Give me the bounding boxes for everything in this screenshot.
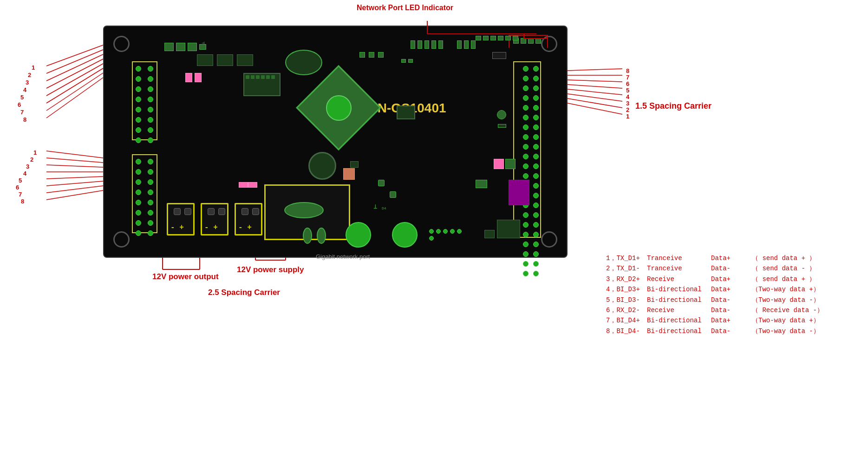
- pin-dot: [148, 179, 153, 185]
- pin-dot: [523, 242, 529, 247]
- pin-dot: [533, 134, 539, 140]
- table-cell: （ send data + ）: [752, 253, 854, 263]
- net-scatter-1: [378, 180, 385, 186]
- board-marker: D4: [382, 206, 386, 210]
- pin-dot: [148, 230, 153, 236]
- pin-dot: [148, 107, 153, 112]
- pin-dot: [523, 232, 529, 237]
- mounting-hole-bl: [113, 231, 130, 248]
- pin-5-label-bot: 5: [19, 177, 22, 184]
- pin-8-label-top: 8: [23, 116, 26, 123]
- table-cell: Data-: [711, 326, 748, 336]
- table-cell: Data-: [711, 263, 748, 274]
- svg-line-21: [568, 69, 622, 71]
- ground-symbol: ⊥: [373, 203, 377, 210]
- svg-line-20: [46, 190, 103, 200]
- pin-dot: [533, 76, 539, 81]
- right-net-comp-2: [505, 159, 516, 169]
- right-pin-2: 2: [626, 106, 629, 113]
- pin-4-label-top: 4: [23, 86, 26, 93]
- table-cell: 8，BI_D4-: [606, 326, 643, 336]
- top-right-area: [476, 36, 531, 40]
- svg-line-13: [46, 151, 103, 158]
- pin-dot: [533, 154, 539, 159]
- pin-7-label-top: 7: [20, 109, 24, 116]
- right-comp-1: [497, 110, 506, 119]
- pin-1-label-top: 1: [32, 64, 35, 71]
- pin-dot: [533, 66, 539, 72]
- pin-dot: [148, 137, 153, 143]
- network-port: [264, 184, 350, 240]
- table-cell: 1，TX_D1+: [606, 253, 643, 263]
- pin-dot: [136, 179, 141, 185]
- table-cell: Bi-directional: [647, 295, 707, 305]
- pin-dot: [148, 97, 153, 102]
- table-row: 1，TX_D1+ Tranceive Data+ （ send data + ）: [606, 253, 854, 263]
- pin-dot: [533, 173, 539, 179]
- top-right-row: [411, 40, 443, 49]
- pin-dot: [523, 134, 529, 140]
- svg-line-11: [46, 73, 103, 111]
- comp-bottom-chip: [350, 161, 359, 168]
- pin-dot: [136, 66, 141, 72]
- pin-dot: [523, 124, 529, 130]
- pin-dot: [148, 86, 153, 92]
- svg-line-26: [568, 94, 622, 101]
- pin-dot: [523, 115, 529, 120]
- table-cell: Data+: [711, 315, 748, 326]
- pcb-board: YN-GS10401: [103, 26, 568, 258]
- pin-dot: [148, 169, 153, 175]
- scatter-3: [378, 52, 384, 58]
- pin-dot: [136, 220, 141, 226]
- table-row: 8，BI_D4- Bi-directional Data- （Two-way d…: [606, 326, 854, 336]
- pin-dot: [533, 85, 539, 91]
- svg-line-8: [46, 59, 103, 88]
- left-pins-bottom: [136, 159, 153, 236]
- pin-dot: [533, 193, 539, 198]
- pin-6-label-top: 6: [18, 101, 21, 108]
- table-cell: Tranceive: [647, 253, 707, 263]
- table-row: 4，BI_D3+ Bi-directional Data+ （Two-way d…: [606, 284, 854, 294]
- svg-line-14: [46, 158, 103, 163]
- right-pin-8: 8: [626, 67, 629, 74]
- top-right-pink: [492, 52, 506, 59]
- pin-dot: [533, 124, 539, 130]
- table-row: 3，RX_D2+ Receive Data+ （ send data + ）: [606, 274, 854, 284]
- pin-dot: [523, 251, 529, 257]
- pin-dot: [533, 203, 539, 208]
- scatter-5: [408, 59, 413, 63]
- table-row: 5，BI_D3- Bi-directional Data- （Two-way d…: [606, 295, 854, 305]
- pin-dot: [148, 66, 153, 72]
- pin-7-label-bot: 7: [19, 191, 22, 198]
- bottom-right-comps: [497, 220, 520, 238]
- circle-large-2: [392, 222, 418, 248]
- pin-dot: [136, 97, 141, 102]
- pin-6-label-bot: 6: [16, 184, 19, 191]
- pin-dot: [523, 163, 529, 169]
- pin-dot: [523, 212, 529, 218]
- right-pin-4: 4: [626, 93, 629, 100]
- pin-dot: [533, 242, 539, 247]
- table-cell: Bi-directional: [647, 315, 707, 326]
- pin-dot: [136, 137, 141, 143]
- pin-dot: [148, 210, 153, 216]
- pin-3-label-top: 3: [26, 79, 29, 86]
- svg-line-18: [46, 181, 103, 186]
- power-connector-3: - +: [235, 203, 262, 235]
- table-cell: 3，RX_D2+: [606, 274, 643, 284]
- pin-dot: [136, 76, 141, 82]
- right-pins: [523, 66, 539, 276]
- svg-line-5: [46, 45, 103, 66]
- comp-top-chip: [243, 73, 281, 96]
- pin-dot: [533, 222, 539, 228]
- table-cell: Receive: [647, 305, 707, 315]
- table-row: 6，RX_D2- Receive Data- （ Receive data -）: [606, 305, 854, 315]
- pin-dot: [136, 159, 141, 164]
- net-scatter-3: [476, 180, 487, 188]
- pink-center: [343, 168, 355, 180]
- scatter-4: [401, 59, 406, 63]
- pin-dot: [136, 200, 141, 205]
- table-cell: Data+: [711, 253, 748, 263]
- table-cell: （Two-way data +）: [752, 315, 854, 326]
- svg-line-23: [568, 80, 622, 82]
